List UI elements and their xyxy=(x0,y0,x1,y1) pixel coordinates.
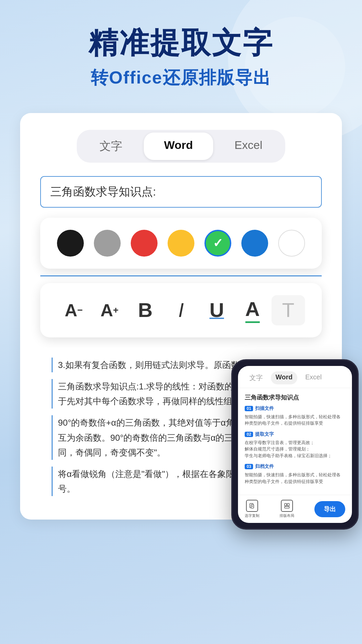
phone-tab-word[interactable]: Word xyxy=(271,371,297,384)
phone-section-03-text: 智能拍摄，快速扫描，多种出版形式，轻松处理各 种类型的电子文件，右提供特征排版享… xyxy=(245,472,345,485)
select-copy-icon xyxy=(246,500,258,512)
check-icon: ✓ xyxy=(213,236,223,250)
color-black[interactable] xyxy=(57,230,84,257)
phone-mockup: 文字 Word Excel 三角函数求导知识点 01 扫描文件 智能拍摄，快速扫… xyxy=(231,359,359,530)
layout-icon xyxy=(281,500,293,512)
underline-button[interactable]: U xyxy=(200,295,234,325)
layout-label: 排版布局 xyxy=(280,513,294,518)
tab-excel[interactable]: Excel xyxy=(215,132,283,160)
svg-rect-6 xyxy=(285,506,289,508)
phone-section-02-num: 02 xyxy=(245,432,253,437)
phone-section-02-text: 在校字母数字注音表，管理更高效； 解体自规范尺寸选择，管理规划； 学生与老师电子… xyxy=(245,439,345,459)
phone-section-01-num: 01 xyxy=(245,406,253,411)
text-input-display[interactable]: 三角函数求导知识点: xyxy=(40,176,322,208)
bold-button[interactable]: B xyxy=(128,295,162,325)
phone-section-02: 02 提取文字 在校字母数字注音表，管理更高效； 解体自规范尺寸选择，管理规划；… xyxy=(245,431,345,459)
phone-section-03: 03 归档文件 智能拍摄，快速扫描，多种出版形式，轻松处理各 种类型的电子文件，… xyxy=(245,464,345,485)
phone-screen: 文字 Word Excel 三角函数求导知识点 01 扫描文件 智能拍摄，快速扫… xyxy=(238,366,352,523)
svg-rect-4 xyxy=(285,503,287,506)
color-picker-card: ✓ xyxy=(40,218,322,269)
format-row: A− A+ B I U A xyxy=(57,295,305,325)
layout-icon-group[interactable]: 排版布局 xyxy=(280,500,294,518)
phone-section-02-header: 02 提取文字 xyxy=(245,431,345,437)
divider xyxy=(40,275,322,276)
select-copy-icon-group[interactable]: 选字复制 xyxy=(245,500,259,518)
color-gray[interactable] xyxy=(94,230,121,257)
phone-tab-row: 文字 Word Excel xyxy=(238,366,352,388)
phone-content: 三角函数求导知识点 01 扫描文件 智能拍摄，快速扫描，多种出版形式，轻松处理各… xyxy=(238,388,352,495)
phone-section-02-label: 提取文字 xyxy=(255,431,274,437)
phone-section-03-header: 03 归档文件 xyxy=(245,464,345,470)
increase-font-button[interactable]: A+ xyxy=(93,295,126,325)
phone-section-01-text: 智能拍摄，快速扫描，多种出版形式，轻松处理各 种类型的电子文件，右提供特征排版享… xyxy=(245,414,345,427)
tab-text[interactable]: 文字 xyxy=(79,132,142,160)
decrease-font-button[interactable]: A− xyxy=(57,295,90,325)
header-section: 精准提取文字 转Office还原排版导出 xyxy=(0,0,362,103)
phone-section-03-label: 归档文件 xyxy=(255,464,274,470)
color-row: ✓ xyxy=(57,230,305,257)
phone-tab-excel[interactable]: Excel xyxy=(301,371,326,384)
svg-rect-5 xyxy=(287,503,289,506)
phone-tab-text[interactable]: 文字 xyxy=(245,371,267,384)
phone-bottom-bar: 选字复制 排版布局 导出 xyxy=(238,495,352,523)
color-white[interactable] xyxy=(278,230,305,257)
phone-section-01-label: 扫描文件 xyxy=(255,406,274,412)
format-toolbar-card: A− A+ B I U A xyxy=(40,283,322,337)
color-blue[interactable] xyxy=(241,230,268,257)
export-button[interactable]: 导出 xyxy=(314,501,345,517)
main-card-area: 文字 Word Excel 三角函数求导知识点: ✓ xyxy=(20,113,342,520)
color-yellow[interactable] xyxy=(168,230,194,257)
italic-button[interactable]: I xyxy=(164,295,198,325)
tab-pill-container: 文字 Word Excel xyxy=(77,130,285,163)
main-title: 精准提取文字 xyxy=(20,27,342,59)
color-red[interactable] xyxy=(131,230,158,257)
phone-section-01-header: 01 扫描文件 xyxy=(245,406,345,412)
phone-section-01: 01 扫描文件 智能拍摄，快速扫描，多种出版形式，轻松处理各 种类型的电子文件，… xyxy=(245,406,345,427)
font-color-button[interactable]: A xyxy=(236,295,269,325)
tab-word[interactable]: Word xyxy=(144,132,213,160)
color-green[interactable]: ✓ xyxy=(204,230,231,257)
text-style-button[interactable]: T xyxy=(272,295,305,325)
phone-doc-title: 三角函数求导知识点 xyxy=(245,393,345,401)
select-copy-label: 选字复制 xyxy=(245,513,259,518)
tab-row: 文字 Word Excel xyxy=(40,130,322,163)
sub-title: 转Office还原排版导出 xyxy=(20,66,342,90)
phone-section-03-num: 03 xyxy=(245,464,253,469)
